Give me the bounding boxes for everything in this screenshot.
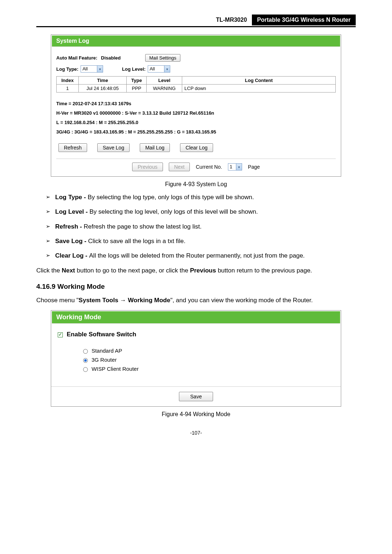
list-item: Log Level - By selecting the log level, … bbox=[46, 207, 356, 217]
figure-caption-93: Figure 4-93 System Log bbox=[36, 181, 356, 188]
term-log-level: Log Level - bbox=[55, 208, 89, 215]
mail-settings-button[interactable]: Mail Settings bbox=[145, 54, 180, 62]
info-hver: H-Ver = MR3020 v1 00000000 : S-Ver = 3.1… bbox=[56, 108, 336, 118]
text: Click the bbox=[36, 267, 62, 274]
model-label: TL-MR3020 bbox=[211, 15, 252, 25]
log-type-label: Log Type: bbox=[56, 66, 78, 72]
radio-label: WISP Client Router bbox=[91, 366, 139, 372]
section-heading: 4.16.9 Working Mode bbox=[36, 283, 356, 291]
page-number: -107- bbox=[36, 430, 356, 436]
refresh-button[interactable]: Refresh bbox=[58, 143, 87, 152]
table-header-row: Index Time Type Level Log Content bbox=[57, 77, 336, 85]
previous-button[interactable]: Previous bbox=[132, 163, 163, 171]
chevron-down-icon: ▾ bbox=[164, 66, 170, 72]
list-item: Save Log - Click to save all the logs in… bbox=[46, 237, 356, 246]
arrow-icon: → bbox=[118, 297, 128, 304]
text: button to go to the next page, or click … bbox=[75, 267, 190, 274]
menu-working-mode: Working Mode bbox=[128, 297, 170, 304]
doc-title: Portable 3G/4G Wireless N Router bbox=[252, 15, 356, 25]
enable-software-switch-checkbox[interactable] bbox=[58, 332, 63, 337]
text: Choose menu " bbox=[36, 297, 79, 304]
radio-option-standard-ap[interactable]: Standard AP bbox=[83, 348, 334, 354]
page-label: Page bbox=[248, 164, 260, 170]
log-level-value: All bbox=[148, 66, 164, 72]
next-button[interactable]: Next bbox=[169, 163, 190, 171]
clear-log-button[interactable]: Clear Log bbox=[180, 143, 213, 152]
desc-log-type: By selecting the log type, only logs of … bbox=[87, 194, 254, 201]
chevron-down-icon: ▾ bbox=[97, 66, 103, 72]
panel-title-system-log: System Log bbox=[52, 36, 340, 47]
radio-option-3g-router[interactable]: 3G Router bbox=[83, 357, 334, 363]
figure-caption-94: Figure 4-94 Working Mode bbox=[36, 411, 356, 418]
nav-paragraph: Click the Next button to go to the next … bbox=[36, 266, 356, 275]
th-level: Level bbox=[147, 77, 182, 85]
table-row: 1 Jul 24 16:48:05 PPP WARNING LCP down bbox=[57, 85, 336, 93]
save-log-button[interactable]: Save Log bbox=[97, 143, 130, 152]
info-3g4g: 3G/4G : 3G/4G = 183.43.165.95 : M = 255.… bbox=[56, 127, 336, 137]
radio-label: 3G Router bbox=[91, 357, 117, 363]
log-type-select[interactable]: All ▾ bbox=[81, 65, 103, 73]
doc-header: TL-MR3020 Portable 3G/4G Wireless N Rout… bbox=[36, 15, 356, 27]
cell-content: LCP down bbox=[182, 85, 336, 93]
text: button return to the previous page. bbox=[216, 267, 312, 274]
th-content: Log Content bbox=[182, 77, 336, 85]
radio-icon bbox=[83, 367, 88, 372]
menu-system-tools: System Tools bbox=[79, 297, 118, 304]
info-lm: L = 192.168.0.254 : M = 255.255.255.0 bbox=[56, 118, 336, 127]
working-mode-intro: Choose menu "System Tools → Working Mode… bbox=[36, 296, 356, 305]
th-time: Time bbox=[78, 77, 126, 85]
auto-mail-label: Auto Mail Feature: bbox=[56, 55, 97, 61]
description-list: Log Type - By selecting the log type, on… bbox=[36, 193, 356, 261]
radio-option-wisp[interactable]: WISP Client Router bbox=[83, 366, 334, 372]
log-level-select[interactable]: All ▾ bbox=[148, 65, 170, 73]
term-save-log: Save Log - bbox=[55, 238, 88, 245]
cell-time: Jul 24 16:48:05 bbox=[78, 85, 126, 93]
list-item: Clear Log - All the logs will be deleted… bbox=[46, 251, 356, 260]
radio-icon bbox=[83, 358, 88, 363]
term-refresh: Refresh - bbox=[55, 223, 83, 230]
figure-working-mode: Working Mode Enable Software Switch Stan… bbox=[51, 310, 341, 407]
th-index: Index bbox=[57, 77, 79, 85]
list-item: Refresh - Refresh the page to show the l… bbox=[46, 222, 356, 231]
term-log-type: Log Type - bbox=[55, 194, 87, 201]
list-item: Log Type - By selecting the log type, on… bbox=[46, 193, 356, 202]
radio-icon bbox=[83, 349, 88, 354]
figure-system-log: System Log Auto Mail Feature: Disabled M… bbox=[51, 34, 341, 177]
save-button[interactable]: Save bbox=[179, 392, 213, 401]
log-table: Index Time Type Level Log Content 1 Jul … bbox=[56, 76, 336, 93]
desc-refresh: Refresh the page to show the latest log … bbox=[83, 223, 201, 230]
th-type: Type bbox=[127, 77, 147, 85]
desc-save-log: Click to save all the logs in a txt file… bbox=[88, 238, 185, 245]
mail-log-button[interactable]: Mail Log bbox=[140, 143, 170, 152]
desc-clear-log: All the logs will be deleted from the Ro… bbox=[89, 252, 305, 259]
auto-mail-value: Disabled bbox=[101, 55, 121, 61]
next-ref: Next bbox=[62, 267, 75, 274]
chevron-down-icon: ▾ bbox=[236, 164, 242, 170]
current-no-label: Current No. bbox=[196, 164, 222, 170]
cell-index: 1 bbox=[57, 85, 79, 93]
current-no-value: 1 bbox=[228, 164, 236, 170]
text: ", and you can view the working mode of … bbox=[170, 297, 313, 304]
radio-label: Standard AP bbox=[91, 348, 122, 354]
desc-log-level: By selecting the log level, only logs of… bbox=[89, 208, 258, 215]
current-page-select[interactable]: 1 ▾ bbox=[228, 163, 242, 171]
term-clear-log: Clear Log - bbox=[55, 252, 89, 259]
cell-type: PPP bbox=[127, 85, 147, 93]
log-type-value: All bbox=[81, 66, 97, 72]
previous-ref: Previous bbox=[190, 267, 216, 274]
log-level-label: Log Level: bbox=[122, 66, 146, 72]
panel-title-working-mode: Working Mode bbox=[52, 311, 340, 324]
info-time: Time = 2012-07-24 17:13:43 1679s bbox=[56, 99, 336, 108]
cell-level: WARNING bbox=[147, 85, 182, 93]
enable-software-switch-label: Enable Software Switch bbox=[67, 331, 136, 338]
